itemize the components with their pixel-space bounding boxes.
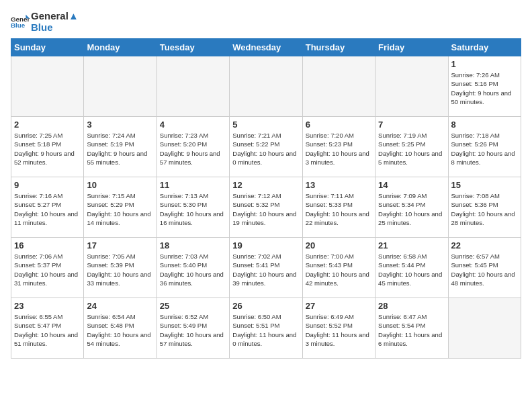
calendar-cell: 6Sunrise: 7:20 AM Sunset: 5:23 PM Daylig… <box>302 117 375 177</box>
calendar-cell: 7Sunrise: 7:19 AM Sunset: 5:25 PM Daylig… <box>375 117 448 177</box>
day-info: Sunrise: 7:15 AM Sunset: 5:29 PM Dayligh… <box>87 191 153 227</box>
day-header-thursday: Thursday <box>302 39 375 56</box>
day-number: 28 <box>378 301 445 311</box>
day-info: Sunrise: 6:55 AM Sunset: 5:47 PM Dayligh… <box>14 312 81 348</box>
day-info: Sunrise: 7:18 AM Sunset: 5:26 PM Dayligh… <box>451 131 518 167</box>
calendar-cell <box>157 56 229 117</box>
day-number: 11 <box>160 180 226 190</box>
day-number: 16 <box>14 240 81 250</box>
day-number: 8 <box>451 120 518 130</box>
day-info: Sunrise: 7:24 AM Sunset: 5:19 PM Dayligh… <box>87 131 153 167</box>
day-info: Sunrise: 7:16 AM Sunset: 5:27 PM Dayligh… <box>14 191 81 227</box>
day-info: Sunrise: 7:21 AM Sunset: 5:22 PM Dayligh… <box>232 131 299 167</box>
day-info: Sunrise: 7:08 AM Sunset: 5:36 PM Dayligh… <box>451 191 518 227</box>
day-info: Sunrise: 7:03 AM Sunset: 5:40 PM Dayligh… <box>160 252 226 287</box>
calendar-cell <box>230 56 302 117</box>
svg-text:Blue: Blue <box>11 21 26 29</box>
day-number: 17 <box>87 240 153 250</box>
calendar-body: 1Sunrise: 7:26 AM Sunset: 5:16 PM Daylig… <box>11 56 521 359</box>
day-info: Sunrise: 7:11 AM Sunset: 5:33 PM Dayligh… <box>306 191 372 227</box>
day-header-sunday: Sunday <box>11 39 84 56</box>
calendar-header: SundayMondayTuesdayWednesdayThursdayFrid… <box>11 39 521 56</box>
day-info: Sunrise: 7:02 AM Sunset: 5:41 PM Dayligh… <box>232 252 299 287</box>
calendar-cell: 10Sunrise: 7:15 AM Sunset: 5:29 PM Dayli… <box>84 177 157 238</box>
day-number: 10 <box>87 180 153 190</box>
week-row: 1Sunrise: 7:26 AM Sunset: 5:16 PM Daylig… <box>11 56 521 117</box>
calendar-cell: 26Sunrise: 6:50 AM Sunset: 5:51 PM Dayli… <box>230 298 302 359</box>
day-header-wednesday: Wednesday <box>230 39 302 56</box>
calendar-cell: 20Sunrise: 7:00 AM Sunset: 5:43 PM Dayli… <box>302 238 375 298</box>
day-info: Sunrise: 7:06 AM Sunset: 5:37 PM Dayligh… <box>14 252 81 287</box>
week-row: 16Sunrise: 7:06 AM Sunset: 5:37 PM Dayli… <box>11 238 521 298</box>
calendar-cell: 22Sunrise: 6:57 AM Sunset: 5:45 PM Dayli… <box>448 238 521 298</box>
calendar-cell: 12Sunrise: 7:12 AM Sunset: 5:32 PM Dayli… <box>230 177 302 238</box>
week-row: 23Sunrise: 6:55 AM Sunset: 5:47 PM Dayli… <box>11 298 521 359</box>
day-info: Sunrise: 6:58 AM Sunset: 5:44 PM Dayligh… <box>378 252 445 287</box>
day-number: 23 <box>14 301 81 311</box>
day-number: 20 <box>306 240 372 250</box>
calendar-cell: 25Sunrise: 6:52 AM Sunset: 5:49 PM Dayli… <box>157 298 229 359</box>
calendar-cell: 21Sunrise: 6:58 AM Sunset: 5:44 PM Dayli… <box>375 238 448 298</box>
calendar-cell <box>448 298 521 359</box>
calendar-cell: 18Sunrise: 7:03 AM Sunset: 5:40 PM Dayli… <box>157 238 229 298</box>
header: General Blue General▲Blue <box>11 11 521 33</box>
day-header-tuesday: Tuesday <box>157 39 229 56</box>
calendar-cell: 3Sunrise: 7:24 AM Sunset: 5:19 PM Daylig… <box>84 117 157 177</box>
day-number: 18 <box>160 240 226 250</box>
calendar-cell: 23Sunrise: 6:55 AM Sunset: 5:47 PM Dayli… <box>11 298 84 359</box>
day-info: Sunrise: 7:00 AM Sunset: 5:43 PM Dayligh… <box>306 252 372 287</box>
calendar-cell: 5Sunrise: 7:21 AM Sunset: 5:22 PM Daylig… <box>230 117 302 177</box>
day-info: Sunrise: 7:26 AM Sunset: 5:16 PM Dayligh… <box>451 71 518 106</box>
day-info: Sunrise: 6:52 AM Sunset: 5:49 PM Dayligh… <box>160 312 226 348</box>
day-number: 2 <box>14 120 81 130</box>
calendar-cell: 4Sunrise: 7:23 AM Sunset: 5:20 PM Daylig… <box>157 117 229 177</box>
calendar-cell: 24Sunrise: 6:54 AM Sunset: 5:48 PM Dayli… <box>84 298 157 359</box>
calendar-cell: 8Sunrise: 7:18 AM Sunset: 5:26 PM Daylig… <box>448 117 521 177</box>
day-number: 27 <box>306 301 372 311</box>
day-number: 12 <box>232 180 299 190</box>
day-number: 3 <box>87 120 153 130</box>
day-number: 7 <box>378 120 445 130</box>
day-info: Sunrise: 7:25 AM Sunset: 5:18 PM Dayligh… <box>14 131 81 167</box>
calendar-cell: 15Sunrise: 7:08 AM Sunset: 5:36 PM Dayli… <box>448 177 521 238</box>
day-number: 6 <box>306 120 372 130</box>
calendar-cell: 27Sunrise: 6:49 AM Sunset: 5:52 PM Dayli… <box>302 298 375 359</box>
calendar-cell <box>375 56 448 117</box>
day-info: Sunrise: 7:20 AM Sunset: 5:23 PM Dayligh… <box>306 131 372 167</box>
day-info: Sunrise: 7:19 AM Sunset: 5:25 PM Dayligh… <box>378 131 445 167</box>
day-info: Sunrise: 7:13 AM Sunset: 5:30 PM Dayligh… <box>160 191 226 227</box>
day-info: Sunrise: 6:50 AM Sunset: 5:51 PM Dayligh… <box>232 312 299 348</box>
day-info: Sunrise: 6:57 AM Sunset: 5:45 PM Dayligh… <box>451 252 518 287</box>
calendar-cell: 16Sunrise: 7:06 AM Sunset: 5:37 PM Dayli… <box>11 238 84 298</box>
day-info: Sunrise: 6:54 AM Sunset: 5:48 PM Dayligh… <box>87 312 153 348</box>
calendar-cell: 9Sunrise: 7:16 AM Sunset: 5:27 PM Daylig… <box>11 177 84 238</box>
day-info: Sunrise: 7:09 AM Sunset: 5:34 PM Dayligh… <box>378 191 445 227</box>
calendar-cell: 13Sunrise: 7:11 AM Sunset: 5:33 PM Dayli… <box>302 177 375 238</box>
day-number: 25 <box>160 301 226 311</box>
day-number: 26 <box>232 301 299 311</box>
calendar-cell: 14Sunrise: 7:09 AM Sunset: 5:34 PM Dayli… <box>375 177 448 238</box>
logo: General Blue General▲Blue <box>11 11 79 33</box>
logo-icon: General Blue <box>11 13 30 32</box>
day-number: 15 <box>451 180 518 190</box>
day-number: 14 <box>378 180 445 190</box>
calendar-cell <box>84 56 157 117</box>
day-info: Sunrise: 7:23 AM Sunset: 5:20 PM Dayligh… <box>160 131 226 167</box>
day-header-saturday: Saturday <box>448 39 521 56</box>
week-row: 2Sunrise: 7:25 AM Sunset: 5:18 PM Daylig… <box>11 117 521 177</box>
day-number: 1 <box>451 59 518 69</box>
day-header-friday: Friday <box>375 39 448 56</box>
calendar-cell <box>11 56 84 117</box>
day-number: 4 <box>160 120 226 130</box>
calendar-cell: 11Sunrise: 7:13 AM Sunset: 5:30 PM Dayli… <box>157 177 229 238</box>
calendar-cell: 2Sunrise: 7:25 AM Sunset: 5:18 PM Daylig… <box>11 117 84 177</box>
day-number: 24 <box>87 301 153 311</box>
calendar-cell: 1Sunrise: 7:26 AM Sunset: 5:16 PM Daylig… <box>448 56 521 117</box>
day-number: 21 <box>378 240 445 250</box>
calendar-cell <box>302 56 375 117</box>
day-number: 22 <box>451 240 518 250</box>
day-info: Sunrise: 7:05 AM Sunset: 5:39 PM Dayligh… <box>87 252 153 287</box>
day-info: Sunrise: 6:49 AM Sunset: 5:52 PM Dayligh… <box>306 312 372 348</box>
logo-text: General▲Blue <box>31 11 79 33</box>
day-header-monday: Monday <box>84 39 157 56</box>
